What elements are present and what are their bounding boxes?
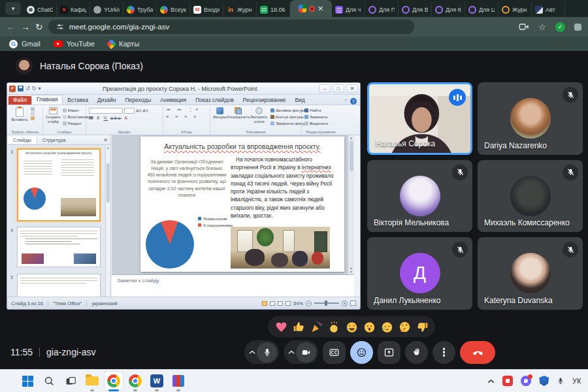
slide-thumbnail-4 [17, 227, 101, 267]
fit-to-window-icon [350, 301, 356, 306]
tray-app-icon[interactable] [502, 376, 513, 386]
mic-off-icon [452, 165, 468, 180]
slide-thumbnail-5 [17, 274, 101, 298]
bookmark-label: YouTube [67, 40, 95, 48]
tab-label: Для В [412, 7, 428, 13]
file-explorer-button[interactable] [83, 372, 101, 390]
browser-tab[interactable]: inЖурн [223, 2, 257, 17]
qat-dropdown-icon: ▾ [38, 86, 41, 91]
tab-camera-icon[interactable] [519, 22, 529, 31]
reaction-party-popper-icon[interactable] [309, 319, 323, 334]
maximize-icon: □ [333, 84, 344, 93]
slide-title: Актуальність розробки та впровадження пр… [140, 142, 344, 150]
present-button[interactable] [378, 341, 400, 364]
captions-button[interactable] [323, 341, 346, 364]
browser-tab[interactable]: Журн [498, 2, 532, 17]
security-shield-icon[interactable] [539, 376, 549, 386]
participant-tile-kateryna[interactable]: Kateryna Duvanska [478, 237, 583, 310]
new-slide-button: Создать слайд [46, 107, 61, 123]
camera-options-chevron-icon[interactable] [288, 350, 295, 354]
more-options-button[interactable] [433, 341, 455, 364]
participant-tile-mikhael[interactable]: Михаэль Комиссаренко [478, 160, 583, 233]
slides-panel: Слайды Структура ✕ 3 Актуальність розроб… [8, 135, 111, 298]
address-bar[interactable]: meet.google.com/gia-zngi-asv [48, 20, 414, 34]
tune-icon [56, 23, 64, 31]
ribbon-tab-insert: Вставка [63, 96, 93, 105]
reaction-thumbs-down-icon[interactable] [415, 319, 429, 334]
participant-tile-viktoria[interactable]: Вікторія Мельникова [367, 160, 472, 233]
language-switcher[interactable]: УК [572, 377, 581, 385]
tab-label: Для ч [346, 7, 361, 13]
gmail-icon: G [9, 40, 18, 48]
ribbon-group-paragraph: ≔ ≕ ⋮≡ ≡ ≡ ≡ ≡ Абзац [163, 106, 210, 135]
divider [39, 348, 40, 357]
search-button[interactable] [40, 372, 58, 390]
shared-screen-powerpoint[interactable]: P ↺ ↻ ▾ Презентація до проєкту Сорока Н.… [7, 82, 361, 310]
tab-label: 18.06 [270, 7, 286, 13]
browser-tab[interactable]: Для В [399, 2, 432, 17]
ribbon-tab-design: Дизайн [93, 96, 121, 105]
browser-tab[interactable]: Для Ц [465, 2, 498, 17]
browser-tab[interactable]: Авт [532, 2, 565, 17]
save-icon [18, 86, 24, 91]
bookmark-gmail[interactable]: GGmail [9, 40, 41, 48]
browser-tab[interactable]: ChatG [24, 2, 57, 17]
browser-tab[interactable]: MВходя [190, 2, 223, 17]
mic-off-icon [563, 242, 578, 257]
reaction-crying-face-icon[interactable] [380, 319, 394, 334]
bookmark-youtube[interactable]: YouTube [54, 40, 95, 48]
mic-control [244, 340, 279, 364]
browser-tab-active-meet[interactable]: ✕ [290, 0, 332, 17]
start-button[interactable] [18, 372, 37, 390]
reaction-clapping-hands-icon[interactable] [327, 319, 341, 334]
browser-tab[interactable]: Труба [123, 2, 157, 17]
word-button[interactable]: W [148, 372, 166, 390]
browser-tab[interactable]: Всеук [157, 2, 190, 17]
workspace-scrollbar: ▲▲▼ [348, 135, 354, 274]
reaction-thumbs-up-icon[interactable] [291, 319, 306, 334]
reactions-button[interactable] [350, 341, 373, 364]
reaction-face-open-mouth-icon[interactable] [362, 319, 376, 334]
back-icon[interactable]: ← [7, 22, 16, 31]
tab-close-icon[interactable]: ✕ [318, 5, 323, 12]
chrome-button[interactable] [105, 372, 123, 390]
legend-swatch-red [198, 223, 201, 227]
winrar-button[interactable] [169, 372, 188, 390]
raise-hand-button[interactable] [405, 341, 428, 364]
slide-thumbnail-3: Актуальність розробки та впровадження пр… [17, 148, 101, 221]
participant-tile-danil[interactable]: Д Данил Лукьяненко [367, 237, 472, 310]
tray-microphone-icon[interactable] [557, 376, 564, 385]
mic-button[interactable] [257, 342, 277, 363]
reload-icon[interactable]: ↻ [35, 22, 43, 31]
participant-tile-natalya[interactable]: Наталья Сорока [367, 82, 472, 155]
task-view-button[interactable] [61, 372, 80, 390]
tray-chevron-icon[interactable] [487, 379, 495, 384]
viber-icon[interactable] [521, 376, 531, 386]
extension-shield-icon[interactable]: ✓ [555, 22, 565, 32]
tab-search-chevron-icon[interactable]: ▾ [5, 2, 21, 15]
meeting-info: 11:55 gia-zngi-asv [10, 347, 95, 357]
chrome-secondary-button[interactable] [126, 372, 144, 390]
avatar [510, 253, 551, 293]
browser-tab[interactable]: Для К [432, 2, 465, 17]
browser-tab[interactable]: YUrkiv [90, 2, 123, 17]
speaking-indicator-icon [449, 89, 466, 106]
reaction-thinking-face-icon[interactable] [397, 319, 412, 334]
reaction-sparkling-heart-icon[interactable] [274, 319, 288, 334]
quick-styles-button: Экспресс-стили [250, 107, 269, 123]
mic-options-chevron-icon[interactable] [249, 350, 255, 354]
participant-tile-dariya[interactable]: Dariya Nazarenko [478, 82, 583, 155]
browser-tab[interactable]: Для ч [332, 2, 365, 17]
youtube-icon [54, 41, 63, 47]
camera-button[interactable] [296, 342, 316, 363]
extensions-icon[interactable] [574, 24, 581, 31]
browser-tab[interactable]: Для П [365, 2, 399, 17]
bookmark-star-icon[interactable]: ☆ [538, 22, 546, 32]
end-call-button[interactable] [460, 341, 495, 364]
bookmark-maps[interactable]: Карты [108, 40, 139, 48]
browser-tab[interactable]: 18.06 [257, 2, 290, 17]
forward-icon[interactable]: → [21, 22, 30, 31]
reaction-face-joy-icon[interactable] [344, 319, 359, 334]
quick-styles-icon [255, 107, 263, 114]
browser-tab[interactable]: SКафед [57, 2, 90, 17]
